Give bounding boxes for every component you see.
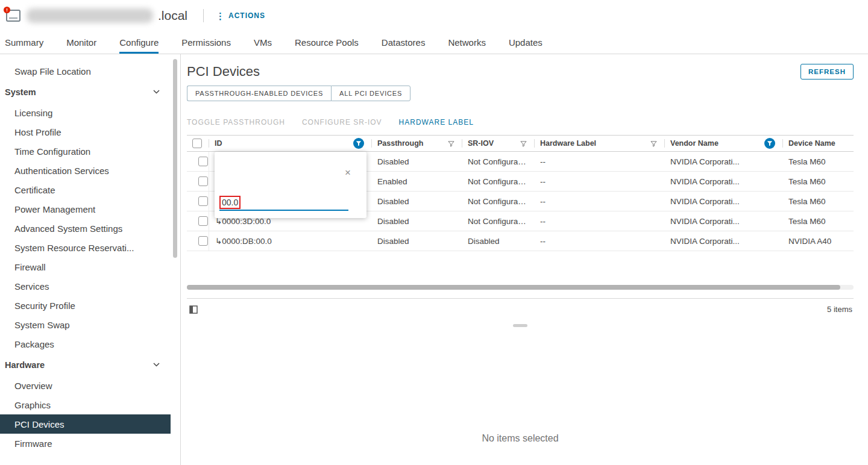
filter-icon-hardware-label[interactable] [650,140,657,147]
page-title: PCI Devices [187,64,260,80]
cell-vendor-name: NVIDIA Corporati... [664,192,782,211]
column-header-device-name[interactable]: Device Name [782,135,854,152]
object-tabbar: Summary Monitor Configure Permissions VM… [0,31,868,54]
column-header-hardware-label[interactable]: Hardware Label [534,135,664,152]
sidebar-section-system[interactable]: System [0,81,171,103]
sidebar-section-hardware[interactable]: Hardware [0,354,171,376]
configure-sidebar: Swap File Location System Licensing Host… [0,54,181,465]
row-checkbox[interactable] [198,236,208,246]
actions-menu-button[interactable]: ⋮ ACTIONS [216,11,265,20]
sidebar-item-packages[interactable]: Packages [0,334,171,354]
column-label-vendor-name: Vendor Name [670,139,719,148]
close-icon[interactable]: × [345,167,351,178]
empty-state-text: No items selected [482,433,558,465]
cell-id: ↳0000:DB:00.0 [209,231,371,251]
all-pci-devices-button[interactable]: ALL PCI DEVICES [331,86,410,101]
cell-device-name: Tesla M60 [782,211,854,231]
row-checkbox[interactable] [198,176,208,186]
sidebar-item-system-swap[interactable]: System Swap [0,315,171,334]
filter-icon-id-active[interactable] [353,138,364,149]
toggle-passthrough-action[interactable]: TOGGLE PASSTHROUGH [187,118,285,126]
select-all-checkbox[interactable] [192,139,202,148]
sidebar-item-certificate[interactable]: Certificate [0,180,171,199]
filter-input-value: 00.0 [219,196,241,209]
sidebar-item-swap-file-location[interactable]: Swap File Location [0,61,171,81]
column-label-passthrough: Passthrough [377,139,423,148]
hardware-label-action[interactable]: HARDWARE LABEL [399,118,474,126]
sidebar-section-label: System [5,87,36,97]
column-selector-icon[interactable] [189,305,198,314]
cell-vendor-name: NVIDIA Corporati... [664,152,782,172]
cell-sriov: Disabled [462,231,534,251]
column-label-hardware-label: Hardware Label [540,139,596,148]
panel-splitter [187,320,854,331]
row-checkbox[interactable] [198,216,208,226]
sidebar-item-pci-devices[interactable]: PCI Devices [0,414,171,434]
tab-configure[interactable]: Configure [119,31,159,54]
kebab-icon: ⋮ [216,11,225,20]
cell-device-name: Tesla M60 [782,152,854,172]
column-label-device-name: Device Name [788,139,835,148]
cell-vendor-name: NVIDIA Corporati... [664,172,782,192]
tab-datastores[interactable]: Datastores [382,31,426,54]
column-label-id: ID [215,139,222,148]
configure-sriov-action[interactable]: CONFIGURE SR-IOV [302,118,382,126]
column-header-vendor-name[interactable]: Vendor Name [664,135,782,152]
sidebar-item-licensing[interactable]: Licensing [0,103,171,122]
pci-devices-panel: PCI Devices REFRESH PASSTHROUGH-ENABLED … [181,54,868,465]
sidebar-item-authentication-services[interactable]: Authentication Services [0,161,171,180]
filter-icon-sriov[interactable] [520,140,527,147]
tab-summary[interactable]: Summary [5,31,43,54]
cell-device-name: NVIDIA A40 [782,231,854,251]
tab-vms[interactable]: VMs [254,31,272,54]
cell-hardware-label: -- [534,211,664,231]
tab-updates[interactable]: Updates [509,31,542,54]
sidebar-item-host-profile[interactable]: Host Profile [0,122,171,142]
sidebar-item-power-management[interactable]: Power Management [0,199,171,219]
column-label-sriov: SR-IOV [468,139,494,148]
column-header-passthrough[interactable]: Passthrough [371,135,462,152]
hostname-redacted [27,8,153,23]
pci-devices-table: ID Passthrough [187,135,854,298]
column-header-sriov[interactable]: SR-IOV [462,135,534,152]
column-header-id[interactable]: ID [209,135,371,152]
sidebar-item-overview[interactable]: Overview [0,376,171,395]
grid-action-bar: TOGGLE PASSTHROUGH CONFIGURE SR-IOV HARD… [187,118,854,126]
sidebar-item-security-profile[interactable]: Security Profile [0,296,171,315]
sidebar-item-firewall[interactable]: Firewall [0,257,171,276]
row-checkbox[interactable] [198,157,208,166]
header-divider [203,9,204,22]
refresh-button[interactable]: REFRESH [800,64,854,80]
id-filter-popup: × 00.0 [215,152,366,218]
cell-hardware-label: -- [534,172,664,192]
sidebar-item-system-resource-reservation[interactable]: System Resource Reservati... [0,238,171,257]
tab-networks[interactable]: Networks [448,31,486,54]
tab-permissions[interactable]: Permissions [181,31,231,54]
filter-icon-vendor-active[interactable] [764,138,775,149]
sidebar-item-services[interactable]: Services [0,276,171,296]
sidebar-item-graphics[interactable]: Graphics [0,395,171,414]
horizontal-scrollbar-thumb[interactable] [187,285,840,290]
tab-monitor[interactable]: Monitor [66,31,96,54]
cell-passthrough: Disabled [371,152,462,172]
filter-icon-passthrough[interactable] [448,140,454,147]
sidebar-item-firmware[interactable]: Firmware [0,434,171,453]
hostname-suffix: .local [158,8,187,23]
sidebar-item-time-configuration[interactable]: Time Configuration [0,142,171,161]
actions-label: ACTIONS [228,11,265,20]
cell-passthrough: Disabled [371,211,462,231]
tab-resource-pools[interactable]: Resource Pools [295,31,359,54]
sidebar-item-advanced-system-settings[interactable]: Advanced System Settings [0,219,171,238]
cell-device-name: Tesla M60 [782,192,854,211]
table-row-5[interactable]: ↳0000:DB:00.0 Disabled Disabled -- NVIDI… [187,231,854,251]
cell-hardware-label: -- [534,152,664,172]
row-checkbox[interactable] [198,196,208,206]
filter-input[interactable]: 00.0 [219,195,348,211]
splitter-handle[interactable] [513,324,527,327]
sidebar-scrollbar[interactable] [173,59,177,258]
cell-device-name: Tesla M60 [782,172,854,192]
alert-badge: ! [4,7,10,13]
chevron-down-icon [153,90,160,94]
horizontal-scrollbar[interactable] [187,285,854,290]
passthrough-enabled-devices-button[interactable]: PASSTHROUGH-ENABLED DEVICES [187,86,331,101]
